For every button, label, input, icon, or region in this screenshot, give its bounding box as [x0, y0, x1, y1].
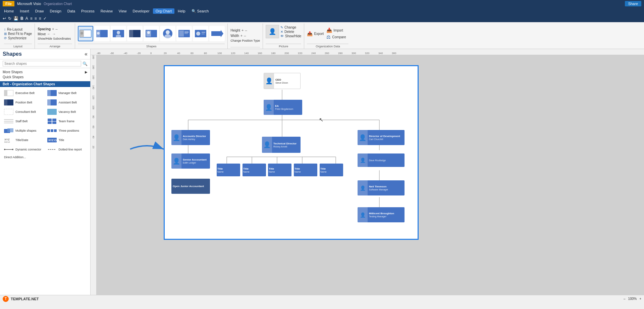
export-button[interactable]: 📤 Export: [307, 31, 324, 36]
menu-view[interactable]: View: [116, 8, 129, 14]
three-positions-item[interactable]: Three positions: [46, 127, 88, 135]
staff-belt-item[interactable]: Staff Belt: [3, 117, 45, 125]
menu-data[interactable]: Data: [65, 8, 78, 14]
collapse-panel-button[interactable]: «: [85, 51, 88, 57]
multiple-shapes-item[interactable]: Multiple shapes: [3, 127, 45, 135]
manager-belt-item[interactable]: Manager Belt: [46, 89, 88, 97]
shape-arrow-btn[interactable]: [209, 26, 225, 41]
senior-acc-box[interactable]: 👤 Senior Accountant Edith Ledger: [171, 153, 210, 169]
menu-home[interactable]: Home: [1, 8, 16, 14]
redo-button[interactable]: ↻: [8, 16, 11, 21]
show-hide-button[interactable]: Show/Hide Subordinates: [38, 37, 71, 40]
staff-belt-label: Staff Belt: [15, 120, 28, 123]
dotted-line-item[interactable]: Dotted-line report: [46, 145, 88, 153]
check-button[interactable]: ✓: [43, 16, 47, 21]
shape-profile-btn[interactable]: [193, 26, 208, 41]
vacancy-belt-item[interactable]: Vacancy Belt: [46, 108, 88, 116]
spacing-minus[interactable]: –: [56, 27, 58, 31]
shape-executive-btn[interactable]: [78, 26, 93, 41]
canvas-area[interactable]: -80 -60 -40 -20 0 20 40 60 80 100 120 14…: [91, 49, 644, 295]
accounts-box[interactable]: 👤 Accounts Director Dale Ashley: [171, 130, 210, 145]
menu-review[interactable]: Review: [98, 8, 115, 14]
align-right-button[interactable]: ≡: [39, 16, 41, 21]
menu-insert[interactable]: Insert: [17, 8, 32, 14]
show-hide-picture-button[interactable]: 👁 Show/Hide: [280, 34, 301, 38]
more-shapes-item[interactable]: More Shapes ▶: [0, 70, 90, 75]
share-button[interactable]: Share: [625, 1, 641, 6]
shape-card-btn[interactable]: [176, 26, 192, 41]
shape-dark-btn[interactable]: [127, 26, 143, 41]
development-box[interactable]: 👤 Director of Development Carl Churchill: [358, 130, 405, 145]
undo-button[interactable]: ↩: [3, 16, 6, 21]
compare-button[interactable]: ⚖ Compare: [326, 34, 346, 40]
change-picture-button[interactable]: ✎ Change: [280, 26, 301, 29]
shapes-search-input[interactable]: [3, 61, 81, 67]
tech-t5-box[interactable]: Title Name: [320, 164, 343, 176]
consultant-belt-item[interactable]: Consultant Belt: [3, 108, 45, 116]
move-right[interactable]: →: [52, 32, 56, 36]
height-plus[interactable]: +: [241, 28, 244, 32]
dev2-box[interactable]: 👤 Neil Timmson Software Manager: [358, 180, 405, 195]
menu-design[interactable]: Design: [47, 8, 64, 14]
quick-shapes-item[interactable]: Quick Shapes: [0, 75, 90, 80]
menu-org-chart[interactable]: Org Chart: [153, 8, 174, 14]
title-date-item[interactable]: XYZ 9/1/12 Title/Date: [3, 136, 45, 144]
team-frame-item[interactable]: Team frame: [46, 117, 88, 125]
assistant-belt-item[interactable]: Assistant Belt: [46, 98, 88, 106]
format-button[interactable]: A: [25, 16, 28, 21]
shape-photo-btn[interactable]: [144, 26, 159, 41]
menu-help[interactable]: Help: [175, 8, 188, 14]
width-minus[interactable]: –: [244, 34, 246, 38]
zoom-out-button[interactable]: –: [624, 297, 626, 301]
menu-draw[interactable]: Draw: [33, 8, 47, 14]
dev3-box[interactable]: 👤 Millicent Broughton Testing Manager: [358, 207, 405, 222]
tech-t4-box[interactable]: Title Name: [294, 164, 317, 176]
shape-person-btn[interactable]: [111, 26, 126, 41]
menu-developer[interactable]: Developer: [130, 8, 152, 14]
position-belt-item[interactable]: Position Belt: [3, 98, 45, 106]
tech-t2-box[interactable]: Title Name: [243, 164, 266, 176]
move-controls[interactable]: Move ← →: [38, 32, 71, 36]
shapes-search-icon[interactable]: 🔍: [83, 61, 88, 66]
shape-avatar-btn[interactable]: [160, 26, 175, 41]
height-minus[interactable]: –: [245, 28, 247, 32]
shape-manager-btn[interactable]: [94, 26, 110, 41]
shapes-nav: More Shapes ▶ Quick Shapes: [0, 68, 90, 81]
best-fit-button[interactable]: ⊞ Best Fit to Page: [4, 32, 32, 36]
change-position-button[interactable]: Change Position Type: [230, 39, 260, 42]
height-controls[interactable]: Height + –: [230, 28, 260, 32]
spacing-controls[interactable]: Spacing + –: [38, 27, 71, 31]
width-controls[interactable]: Width + –: [230, 34, 260, 38]
dynamic-connector-item[interactable]: Dynamic connector: [3, 145, 45, 153]
cursor-indicator: ↖: [319, 117, 323, 123]
spacing-plus[interactable]: +: [52, 27, 54, 31]
menu-process[interactable]: Process: [78, 8, 97, 14]
align-center-button[interactable]: ≡: [35, 16, 37, 21]
bold-button[interactable]: B: [20, 16, 23, 21]
import-button[interactable]: 📥 Import: [326, 28, 346, 33]
insert-picture-button[interactable]: 👤: [266, 25, 279, 38]
title-item[interactable]: XYZ CORP Title: [46, 136, 88, 144]
file-menu[interactable]: File: [3, 1, 14, 6]
tech-t1-box[interactable]: Title Name: [217, 164, 240, 176]
org-chart-container[interactable]: 👤 CEO Steve Dixon 👤 EA: [164, 65, 419, 240]
re-layout-button[interactable]: ↕ Re-Layout: [4, 28, 32, 31]
synchronize-button[interactable]: ⟳ Synchronize: [4, 36, 32, 40]
save-button[interactable]: 💾: [13, 16, 18, 21]
move-left[interactable]: ←: [47, 32, 51, 36]
executive-belt-item[interactable]: Executive Belt: [3, 89, 45, 97]
canvas[interactable]: 👤 CEO Steve Dixon 👤 EA: [97, 55, 644, 295]
direct-addition-item[interactable]: Direct Addition...: [3, 155, 45, 160]
zoom-in-button[interactable]: +: [639, 297, 641, 301]
tech-t3-box[interactable]: Title Name: [268, 164, 291, 176]
delete-picture-button[interactable]: ✕ Delete: [280, 30, 301, 34]
vp-box[interactable]: 👤 EA Peter Bogdanson: [264, 100, 302, 115]
open-junior-box[interactable]: Open Junior Accountant: [171, 179, 210, 194]
technical-box[interactable]: 👤 Technical Director Rickey Arnett: [262, 137, 301, 153]
svg-rect-23: [202, 32, 205, 33]
ceo-box[interactable]: 👤 CEO Steve Dixon: [264, 73, 301, 89]
width-plus[interactable]: +: [240, 34, 243, 38]
align-left-button[interactable]: ≡: [30, 16, 33, 21]
menu-search[interactable]: 🔍 Search: [189, 8, 212, 14]
dev1-box[interactable]: 👤 Dave Routledge: [358, 153, 405, 167]
